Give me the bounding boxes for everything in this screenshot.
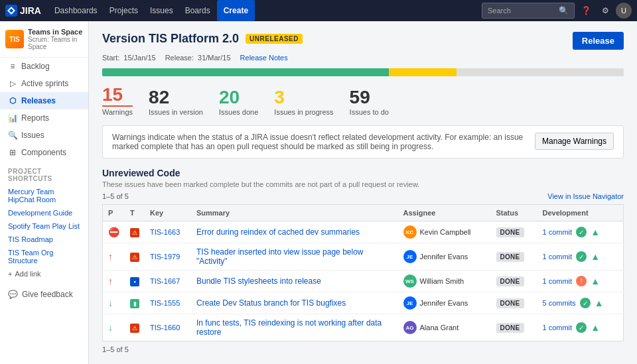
cell-type: ▮ (125, 292, 145, 314)
stats-row: 15 Warnings 82 Issues in version 20 Issu… (102, 86, 624, 116)
issue-summary-link[interactable]: Create Dev Status branch for TIS bugfixe… (196, 298, 346, 308)
progress-bar (102, 68, 624, 76)
dev-commits-link[interactable]: 1 commit (543, 228, 573, 236)
cell-status: DONE (491, 243, 537, 271)
dev-arrow-icon: ▲ (591, 251, 600, 262)
status-badge: DONE (496, 227, 524, 237)
sidebar-label-releases: Releases (21, 96, 56, 105)
cell-summary: Bundle TIS stylesheets into release (191, 271, 398, 292)
reports-icon: 📊 (8, 113, 17, 123)
cell-priority: ⛔ (103, 221, 125, 243)
issue-summary-link[interactable]: TIS header inserted into view issue page… (196, 247, 363, 266)
cell-status: DONE (491, 314, 537, 341)
search-box[interactable]: Search 🔍 (482, 3, 575, 19)
sidebar-project-header[interactable]: TIS Teams in Space Scrum: Teams in Space (0, 21, 88, 58)
cell-priority: ↓ (103, 292, 125, 314)
shortcut-org[interactable]: TIS Team Org Structure (0, 246, 88, 267)
assignee-avatar: WS (403, 274, 417, 288)
create-button[interactable]: Create (217, 0, 255, 21)
cell-status: DONE (491, 221, 537, 243)
issue-key-link[interactable]: TIS-1663 (150, 228, 180, 236)
dev-arrow-icon: ▲ (595, 298, 604, 308)
dev-arrow-icon: ▲ (591, 276, 600, 286)
settings-button[interactable]: ⚙ (598, 3, 613, 18)
cell-summary: Create Dev Status branch for TIS bugfixe… (191, 292, 398, 314)
active-sprints-icon: ▷ (8, 79, 17, 88)
table-row: ↓ ⚠ TIS-1660 In func tests, TIS reindexi… (103, 314, 624, 341)
priority-icon: ↑ (108, 276, 113, 286)
shortcut-dev-guide[interactable]: Development Guide (0, 206, 88, 219)
issue-key-link[interactable]: TIS-1660 (150, 324, 180, 332)
unreviewed-table-meta: 1–5 of 5 View in Issue Navigator (102, 192, 624, 200)
sidebar: TIS Teams in Space Scrum: Teams in Space… (0, 21, 89, 364)
sidebar-item-reports[interactable]: 📊 Reports (0, 109, 88, 127)
jira-logo[interactable]: JIRA (5, 5, 41, 17)
assignee-avatar: JE (403, 250, 417, 263)
dev-check-icon: ✓ (576, 322, 587, 333)
page-title: Version TIS Platform 2.0 (102, 32, 239, 46)
nav-boards[interactable]: Boards (180, 0, 216, 21)
backlog-icon: ≡ (8, 62, 17, 71)
unreviewed-table: P T Key Summary Assignee Status Developm… (102, 204, 624, 341)
type-icon: ▪ (130, 277, 139, 286)
col-header-status: Status (491, 205, 537, 221)
cell-key: TIS-1555 (145, 292, 191, 314)
assignee-avatar: JE (403, 296, 417, 310)
add-link-icon: + (8, 270, 12, 278)
table-row: ↑ ⚠ TIS-1979 TIS header inserted into vi… (103, 243, 624, 271)
help-button[interactable]: ❓ (577, 3, 595, 18)
stat-warnings[interactable]: 15 Warnings (102, 86, 133, 116)
dev-commits-link[interactable]: 1 commit (543, 324, 573, 332)
priority-icon: ↓ (108, 322, 113, 333)
type-icon: ▮ (130, 299, 139, 308)
issue-summary-link[interactable]: Error during reindex of cached dev summa… (196, 227, 360, 237)
unreviewed-count: 1–5 of 5 (102, 192, 129, 200)
nav-issues[interactable]: Issues (145, 0, 178, 21)
release-button[interactable]: Release (573, 32, 624, 50)
cell-dev: 1 commit✓▲ (537, 221, 624, 243)
manage-warnings-button[interactable]: Manage Warnings (535, 133, 614, 150)
stat-issues-done-number: 20 (219, 88, 258, 107)
shortcut-spotify[interactable]: Spotify Team Play List (0, 219, 88, 233)
components-icon: ⊞ (8, 148, 17, 157)
col-header-dev: Development (537, 205, 624, 221)
issue-key-link[interactable]: TIS-1555 (150, 299, 180, 307)
nav-projects[interactable]: Projects (104, 0, 143, 21)
dev-commits-link[interactable]: 5 commits (543, 299, 576, 307)
add-link-button[interactable]: + Add link (0, 267, 88, 280)
dev-commits-link[interactable]: 1 commit (543, 253, 573, 261)
app-layout: TIS Teams in Space Scrum: Teams in Space… (0, 0, 637, 364)
status-badge: DONE (496, 298, 524, 308)
progress-inprogress (389, 68, 457, 76)
sidebar-item-active-sprints[interactable]: ▷ Active sprints (0, 75, 88, 92)
cell-key: TIS-1667 (145, 271, 191, 292)
sidebar-give-feedback[interactable]: 💬 Give feedback (0, 286, 88, 303)
assignee-cell: WS William Smith (403, 274, 486, 288)
cell-key: TIS-1660 (145, 314, 191, 341)
cell-status: DONE (491, 271, 537, 292)
issues-icon: 🔍 (8, 131, 17, 140)
sidebar-item-components[interactable]: ⊞ Components (0, 144, 88, 161)
shortcut-hipcat[interactable]: Mercury Team HipChat Room (0, 185, 88, 206)
issue-summary-link[interactable]: In func tests, TIS reindexing is not wor… (196, 318, 382, 337)
sidebar-item-issues[interactable]: 🔍 Issues (0, 127, 88, 144)
dev-arrow-icon: ▲ (591, 322, 600, 333)
issue-summary-link[interactable]: Bundle TIS stylesheets into release (196, 276, 321, 286)
shortcut-roadmap[interactable]: TIS Roadmap (0, 233, 88, 246)
assignee-cell: JE Jennifer Evans (403, 296, 486, 310)
assignee-name: Kevin Campbell (420, 228, 471, 236)
assignee-cell: AG Alana Grant (403, 321, 486, 334)
issue-key-link[interactable]: TIS-1979 (150, 253, 180, 261)
sidebar-label-active-sprints: Active sprints (21, 79, 68, 88)
stat-issues-in-version-label: Issues in version (149, 108, 203, 116)
cell-assignee: JE Jennifer Evans (398, 243, 491, 271)
sidebar-item-releases[interactable]: ⬡ Releases (0, 92, 88, 109)
unreviewed-navigator-link[interactable]: View in Issue Navigator (547, 192, 624, 200)
dev-commits-link[interactable]: 1 commit (543, 277, 573, 285)
issue-key-link[interactable]: TIS-1667 (150, 277, 180, 285)
release-notes-link[interactable]: Release Notes (240, 54, 288, 62)
nav-dashboards[interactable]: Dashboards (49, 0, 103, 21)
user-avatar[interactable]: U (616, 3, 632, 19)
sidebar-item-backlog[interactable]: ≡ Backlog (0, 58, 88, 75)
cell-dev: 1 commit✓▲ (537, 243, 624, 271)
